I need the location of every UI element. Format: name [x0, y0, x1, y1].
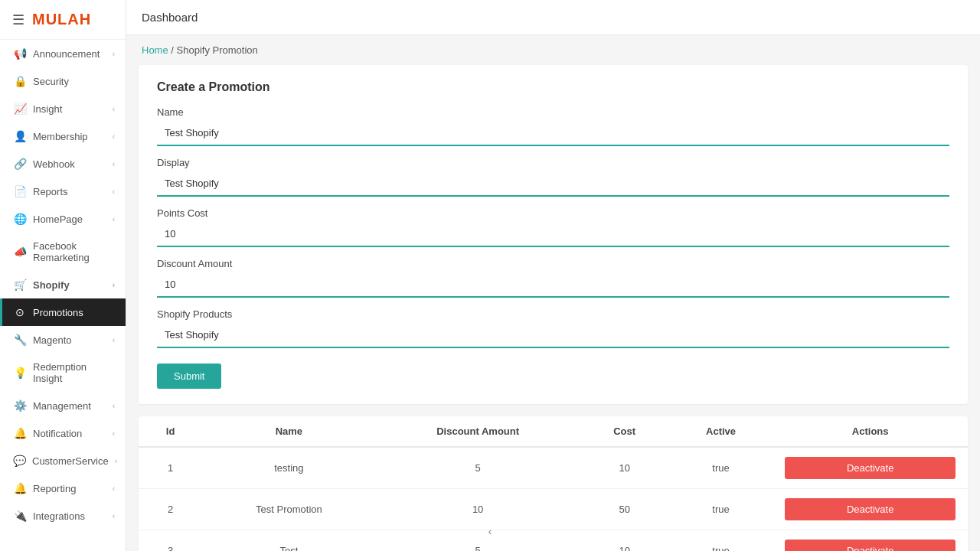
sidebar-item-notification[interactable]: 🔔 Notification ‹	[0, 419, 126, 447]
input-points-cost[interactable]	[157, 222, 949, 247]
chevron-icon: ‹	[113, 105, 115, 113]
sidebar-label-management: Management	[33, 400, 106, 412]
sidebar-label-customerservice: CustomerService	[32, 455, 109, 467]
breadcrumb: Home / Shopify Promotion	[126, 35, 980, 65]
sidebar-item-homepage[interactable]: 🌐 HomePage ‹	[0, 205, 126, 233]
col-header-active: Active	[669, 416, 773, 447]
main-content: Dashboard Home / Shopify Promotion Creat…	[126, 0, 980, 551]
sidebar-item-announcement[interactable]: 📢 Announcement ›	[0, 40, 126, 67]
announcement-icon: 📢	[13, 47, 27, 60]
content-area: Home / Shopify Promotion Create a Promot…	[126, 35, 980, 551]
promotions-icon: ⊙	[13, 306, 27, 318]
form-title: Create a Promotion	[157, 80, 949, 94]
sidebar-item-customerservice[interactable]: 💬 CustomerService ‹	[0, 447, 126, 474]
deactivate-button[interactable]: Deactivate	[785, 498, 956, 520]
sidebar-item-redemption[interactable]: 💡 Redemption Insight	[0, 354, 126, 392]
brand-name: MULAH	[32, 11, 91, 28]
chevron-icon: ›	[113, 50, 115, 58]
sidebar-item-promotions[interactable]: ⊙ Promotions	[0, 298, 126, 326]
col-header-cost: Cost	[580, 416, 669, 447]
chevron-icon: ‹	[113, 215, 115, 223]
breadcrumb-home[interactable]: Home	[142, 44, 168, 56]
form-group-discount-amount: Discount Amount	[157, 258, 949, 298]
col-header-discount: Discount Amount	[376, 416, 580, 447]
chevron-icon: ‹	[113, 187, 115, 196]
cell-discount: 5	[376, 447, 580, 489]
management-icon: ⚙️	[13, 399, 27, 412]
shopify-icon: 🛒	[13, 279, 27, 291]
cell-actions: Deactivate	[773, 447, 968, 489]
sidebar-label-facebook: Facebook Remarketing	[33, 240, 115, 263]
sidebar-label-notification: Notification	[33, 428, 106, 439]
input-discount-amount[interactable]	[157, 272, 949, 298]
chevron-icon: ‹	[113, 512, 115, 520]
cell-active: true	[669, 447, 773, 489]
sidebar-item-membership[interactable]: 👤 Membership ‹	[0, 122, 126, 150]
magento-icon: 🔧	[13, 334, 27, 346]
form-group-points-cost: Points Cost	[157, 207, 949, 247]
sidebar-item-security[interactable]: 🔒 Security	[0, 67, 126, 95]
col-header-id: Id	[139, 416, 202, 447]
col-header-name: Name	[202, 416, 376, 447]
chevron-icon: ‹	[113, 160, 115, 168]
deactivate-button[interactable]: Deactivate	[785, 457, 956, 479]
reports-icon: 📄	[13, 185, 27, 197]
page-title: Dashboard	[142, 11, 198, 24]
reporting-icon: 🔔	[13, 482, 27, 494]
sidebar-item-management[interactable]: ⚙️ Management ‹	[0, 392, 126, 419]
topbar: Dashboard	[126, 0, 980, 35]
label-shopify-products: Shopify Products	[157, 308, 949, 320]
homepage-icon: 🌐	[13, 213, 27, 225]
chevron-icon: ›	[113, 281, 115, 289]
chevron-icon: ‹	[113, 132, 115, 141]
insight-icon: 📈	[13, 103, 27, 115]
logo-area: ☰ MULAH	[0, 0, 126, 40]
cell-name: testing	[202, 447, 376, 489]
facebook-icon: 📣	[13, 246, 27, 258]
sidebar-item-shopify[interactable]: 🛒 Shopify ›	[0, 271, 126, 298]
sidebar-item-facebook[interactable]: 📣 Facebook Remarketing	[0, 233, 126, 271]
sidebar-item-webhook[interactable]: 🔗 Webhook ‹	[0, 150, 126, 178]
sidebar-label-insight: Insight	[33, 103, 106, 115]
membership-icon: 👤	[13, 130, 27, 142]
sidebar-label-shopify: Shopify	[33, 279, 106, 291]
sidebar-label-magento: Magento	[33, 334, 106, 346]
input-display[interactable]	[157, 171, 949, 197]
chevron-icon: ‹	[115, 457, 117, 465]
promotion-form-card: Create a Promotion Name Display Points C…	[139, 65, 968, 404]
chevron-icon: ‹	[113, 484, 115, 493]
sidebar-label-membership: Membership	[33, 131, 106, 142]
sidebar-label-promotions: Promotions	[33, 307, 115, 318]
sidebar-label-webhook: Webhook	[33, 158, 106, 170]
sidebar-label-redemption: Redemption Insight	[33, 361, 115, 384]
label-name: Name	[157, 106, 949, 118]
notification-icon: 🔔	[13, 427, 27, 439]
sidebar-label-announcement: Announcement	[33, 48, 106, 60]
chevron-icon: ‹	[113, 402, 115, 410]
sidebar-label-homepage: HomePage	[33, 214, 106, 225]
label-discount-amount: Discount Amount	[157, 258, 949, 269]
sidebar-item-reporting[interactable]: 🔔 Reporting ‹	[0, 474, 126, 502]
sidebar: ☰ MULAH 📢 Announcement › 🔒 Security 📈 In…	[0, 0, 126, 551]
sidebar-label-reports: Reports	[33, 186, 106, 197]
input-shopify-products[interactable]	[157, 323, 949, 348]
input-name[interactable]	[157, 121, 949, 146]
security-icon: 🔒	[13, 75, 27, 87]
submit-button[interactable]: Submit	[157, 364, 221, 389]
chevron-icon: ‹	[113, 429, 115, 438]
sidebar-item-reports[interactable]: 📄 Reports ‹	[0, 178, 126, 205]
cell-id: 1	[139, 447, 202, 489]
webhook-icon: 🔗	[13, 158, 27, 170]
redemption-icon: 💡	[13, 367, 27, 379]
hamburger-icon[interactable]: ☰	[12, 11, 24, 28]
col-header-actions: Actions	[773, 416, 968, 447]
sidebar-item-magento[interactable]: 🔧 Magento ‹	[0, 326, 126, 354]
customerservice-icon: 💬	[13, 455, 26, 467]
table-header-row: Id Name Discount Amount Cost Active Acti…	[139, 416, 968, 447]
sidebar-item-insight[interactable]: 📈 Insight ‹	[0, 95, 126, 122]
sidebar-label-reporting: Reporting	[33, 483, 106, 494]
form-group-name: Name	[157, 106, 949, 146]
sidebar-collapse-button[interactable]: ‹	[0, 520, 126, 543]
label-display: Display	[157, 157, 949, 168]
cell-cost: 10	[580, 447, 669, 489]
